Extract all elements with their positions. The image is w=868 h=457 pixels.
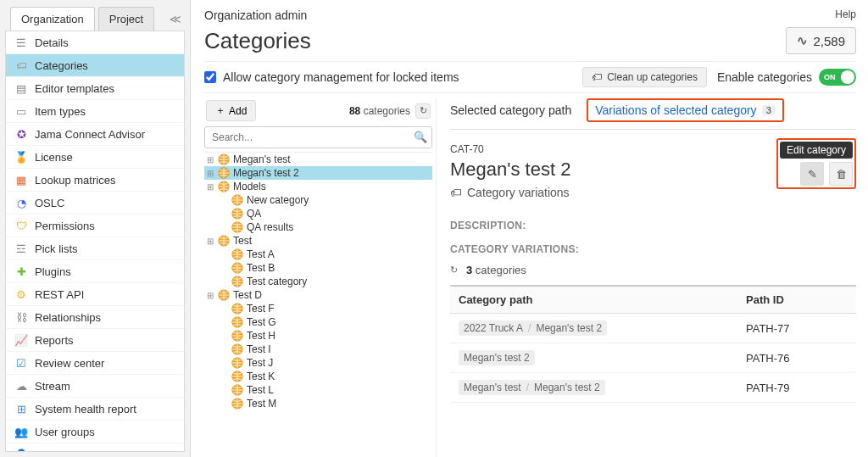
sidebar-item-details[interactable]: ☰Details [6, 31, 184, 54]
variations-count-badge: 3 [762, 105, 776, 115]
tab-variations[interactable]: Variations of selected category 3 [587, 98, 784, 122]
sidebar-item-label: Jama Connect Advisor [35, 128, 145, 141]
sidebar-item-relationships[interactable]: ⛓Relationships [6, 306, 184, 329]
globe-icon [218, 289, 230, 301]
tree-item[interactable]: QA [204, 207, 432, 220]
tree-item[interactable]: ⊞Models [204, 180, 432, 193]
tree-item[interactable]: New category [204, 193, 432, 207]
globe-icon [231, 208, 243, 220]
count-button[interactable]: ∿ 2,589 [786, 27, 856, 54]
sidebar-item-label: Users [35, 449, 64, 453]
tree-item[interactable]: ⊞Test [204, 234, 432, 248]
sidebar-item-jama-connect-advisor[interactable]: ✪Jama Connect Advisor [6, 123, 184, 146]
tree-item-label: Megan's test [233, 153, 291, 165]
sidebar-item-users[interactable]: 👤Users [6, 443, 184, 452]
edit-cluster: Edit category ✎ 🗑 [776, 138, 856, 189]
globe-icon [231, 357, 243, 369]
expander-icon[interactable]: ⊞ [206, 182, 214, 192]
sidebar-item-permissions[interactable]: 🛡Permissions [6, 215, 184, 237]
sidebar-item-label: User groups [35, 426, 95, 438]
tree-item[interactable]: Test I [204, 343, 432, 356]
globe-icon [231, 343, 243, 355]
sidebar-item-categories[interactable]: 🏷Categories [6, 54, 184, 77]
add-category-button[interactable]: ＋ Add [206, 100, 256, 121]
tree-item-label: QA [247, 208, 261, 220]
tree-item-label: Models [233, 181, 266, 192]
globe-icon [231, 371, 243, 382]
tree-item[interactable]: Test B [204, 261, 432, 275]
sidebar-item-lookup-matrices[interactable]: ▦Lookup matrices [6, 169, 184, 192]
tree-item[interactable]: ⊞Megan's test [204, 153, 432, 166]
enable-categories-toggle[interactable]: ON [819, 69, 856, 86]
tab-project[interactable]: Project [98, 7, 154, 31]
sidebar-item-label: OSLC [35, 197, 64, 209]
sidebar-item-license[interactable]: 🏅License [6, 146, 184, 169]
table-row[interactable]: Megan's test 2PATH-76 [450, 343, 856, 373]
tree-refresh-button[interactable]: ↻ [415, 103, 431, 119]
breadcrumb: Organization admin [204, 8, 307, 22]
path-chip: Megan's test 2 [459, 350, 535, 365]
sidebar-item-plugins[interactable]: ✚Plugins [6, 260, 184, 283]
tree-item-label: Test [233, 235, 252, 247]
expander-icon[interactable]: ⊞ [206, 155, 214, 164]
tree-item[interactable]: Test K [204, 370, 432, 383]
cleanup-button[interactable]: 🏷 Clean up categories [582, 67, 707, 87]
sidebar-item-oslc[interactable]: ◔OSLC [6, 192, 184, 215]
sidebar-item-item-types[interactable]: ▭Item types [6, 100, 184, 123]
tree-item[interactable]: Test H [204, 329, 432, 343]
sidebar-item-pick-lists[interactable]: ☲Pick lists [6, 237, 184, 260]
ic-users-icon: 👥 [14, 425, 28, 438]
allow-checkbox[interactable] [204, 71, 216, 83]
cell-category-path: 2022 Truck A/Megan's test 2 [450, 314, 737, 343]
globe-icon [231, 303, 243, 315]
tree-item[interactable]: Test M [204, 397, 432, 410]
tree-item[interactable]: QA results [204, 220, 432, 234]
globe-icon [231, 316, 243, 328]
sidebar-item-label: Pick lists [35, 242, 78, 255]
globe-icon [231, 262, 243, 274]
sidebar-item-user-groups[interactable]: 👥User groups [6, 421, 184, 443]
sidebar-item-review-center[interactable]: ☑Review center [6, 352, 184, 375]
table-refresh-button[interactable]: ↻ [450, 265, 458, 276]
tab-selected-path[interactable]: Selected category path [450, 103, 571, 117]
tree-item[interactable]: Test F [204, 302, 432, 315]
tree-item[interactable]: ⊞Test D [204, 288, 432, 302]
expander-icon[interactable]: ⊞ [206, 169, 214, 178]
tree-item[interactable]: Test category [204, 275, 432, 288]
table-row[interactable]: Megan's test/Megan's test 2PATH-79 [450, 373, 856, 403]
ic-rel-icon: ⛓ [14, 310, 28, 324]
tree-item[interactable]: Test L [204, 383, 432, 397]
tree-item[interactable]: Test G [204, 315, 432, 329]
col-path-id[interactable]: Path ID [737, 286, 856, 314]
path-sep-icon: / [526, 322, 532, 334]
expander-icon[interactable]: ⊞ [206, 237, 214, 246]
collapse-sidebar-icon[interactable]: ≪ [170, 13, 181, 25]
sidebar-item-editor-templates[interactable]: ▤Editor templates [6, 77, 184, 100]
edit-button[interactable]: ✎ [800, 162, 824, 186]
toggle-knob [841, 70, 854, 84]
sidebar-item-stream[interactable]: ☁Stream [6, 375, 184, 398]
path-chip: 2022 Truck A/Megan's test 2 [459, 320, 607, 336]
sidebar-item-reports[interactable]: 📈Reports [6, 329, 184, 352]
ic-license-icon: 🏅 [14, 150, 28, 164]
table-row[interactable]: 2022 Truck A/Megan's test 2PATH-77 [450, 314, 856, 343]
search-input[interactable] [204, 126, 432, 148]
globe-icon [218, 181, 230, 192]
delete-button[interactable]: 🗑 [829, 162, 853, 186]
sidebar-item-rest-api[interactable]: ⚙REST API [6, 283, 184, 306]
sidebar-item-label: Categories [35, 59, 88, 72]
globe-icon [231, 221, 243, 233]
tree-item[interactable]: Test J [204, 356, 432, 370]
tree-item[interactable]: ⊞Megan's test 2 [204, 166, 432, 180]
pulse-icon: ∿ [797, 33, 808, 48]
tab-organization[interactable]: Organization [10, 7, 95, 31]
toggle-on-text: ON [824, 73, 836, 81]
allow-label: Allow category management for locked ite… [223, 70, 459, 84]
expander-icon[interactable]: ⊞ [206, 291, 214, 300]
globe-icon [218, 167, 230, 179]
help-link[interactable]: Help [835, 8, 856, 20]
tree-item[interactable]: Test A [204, 248, 432, 261]
sidebar-item-system-health-report[interactable]: ⊞System health report [6, 398, 184, 421]
tree-count: 88 categories [349, 105, 410, 117]
col-category-path[interactable]: Category path [450, 286, 737, 314]
